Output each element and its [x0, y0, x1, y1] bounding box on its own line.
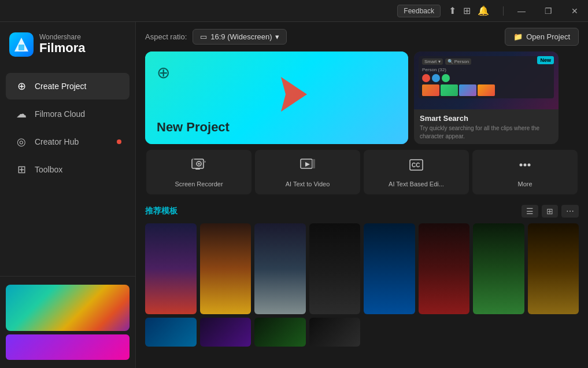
aspect-ratio-select[interactable]: ▭ 16:9 (Widescreen) ▾: [193, 29, 287, 45]
ai-text-based-edit-icon: CC: [408, 157, 424, 177]
nav-items: ⊕ Create Project ☁ Filmora Cloud ◎ Creat…: [0, 67, 135, 276]
svg-rect-8: [193, 158, 194, 160]
templates-header: 推荐模板 ☰ ⊞ ⋯: [145, 205, 579, 218]
toolbox-icon: ⊞: [15, 163, 28, 176]
template-image-4: [309, 223, 361, 314]
brand-name: Wondershare: [39, 34, 85, 41]
feature-cards: Screen Recorder AI Text to Video: [136, 144, 588, 200]
svg-point-6: [198, 163, 200, 165]
screen-icon: ▭: [200, 32, 207, 41]
more-icon: [517, 157, 533, 177]
logo-text: Wondershare Filmora: [39, 34, 85, 56]
template-wide-3[interactable]: [254, 318, 306, 347]
template-thumb-2[interactable]: [200, 223, 252, 314]
templates-list-view-button[interactable]: ☰: [522, 205, 538, 218]
aspect-ratio-label: Aspect ratio:: [145, 32, 187, 41]
template-wide-2[interactable]: [200, 318, 252, 347]
smart-search-desc: Try quickly searching for all the clips …: [420, 124, 553, 141]
template-thumb-7[interactable]: [473, 223, 524, 314]
templates-options-button[interactable]: ⋯: [561, 205, 579, 218]
maximize-button[interactable]: ❐: [535, 0, 561, 22]
ai-text-to-video-label: AI Text to Video: [286, 181, 330, 187]
templates-title: 推荐模板: [145, 206, 522, 216]
ai-text-based-edit-label: AI Text Based Edi...: [389, 181, 444, 187]
window-controls: — ❐ ✕: [508, 0, 588, 22]
svg-marker-2: [281, 77, 307, 112]
template-thumb-1[interactable]: [145, 223, 197, 314]
template-image-6: [419, 223, 470, 314]
template-image-7: [473, 223, 524, 314]
logo-area: Wondershare Filmora: [0, 22, 135, 67]
smart-card-info: Smart Search Try quickly searching for a…: [414, 109, 559, 144]
template-thumb-4[interactable]: [309, 223, 361, 314]
close-button[interactable]: ✕: [561, 0, 588, 22]
template-thumb-3[interactable]: [254, 223, 306, 314]
notification-dot: [117, 139, 121, 144]
svg-rect-13: [312, 159, 315, 168]
templates-grid-view-button[interactable]: ⊞: [542, 205, 558, 218]
template-thumb-6[interactable]: [419, 223, 470, 314]
template-wide-1[interactable]: [145, 318, 197, 347]
open-project-button[interactable]: 📁 Open Project: [505, 28, 579, 46]
sidebar-item-toolbox[interactable]: ⊞ Toolbox: [6, 156, 130, 183]
create-project-icon: ⊕: [15, 80, 28, 93]
template-image-3: [254, 223, 306, 314]
templates-row-2: [145, 318, 579, 347]
more-card[interactable]: More: [472, 150, 578, 194]
screen-recorder-label: Screen Recorder: [175, 181, 223, 187]
ai-text-to-video-card[interactable]: AI Text to Video: [255, 150, 360, 194]
open-project-label: Open Project: [526, 32, 570, 41]
plus-icon: ⊕: [157, 63, 170, 82]
svg-point-17: [524, 164, 527, 167]
feedback-button[interactable]: Feedback: [397, 5, 441, 17]
smart-search-title: Smart Search: [420, 114, 553, 123]
template-thumb-8[interactable]: [528, 223, 579, 314]
template-image-1: [145, 223, 197, 314]
main-layout: Wondershare Filmora ⊕ Create Project ☁ F…: [0, 22, 588, 368]
grid-icon[interactable]: ⊞: [463, 5, 471, 16]
app-name: Filmora: [39, 41, 85, 56]
sidebar-item-label: Creator Hub: [35, 137, 79, 146]
template-image-8: [528, 223, 579, 314]
template-wide-4[interactable]: [309, 318, 361, 347]
chevron-down-icon: ▾: [275, 32, 279, 41]
template-image-2: [200, 223, 252, 314]
smart-tag: Smart ▾: [422, 58, 443, 65]
ai-text-based-edit-card[interactable]: CC AI Text Based Edi...: [364, 150, 469, 194]
mini-thumb-1: [422, 84, 439, 96]
new-project-card[interactable]: ⊕ New Project: [145, 51, 408, 144]
svg-rect-9: [204, 161, 206, 163]
logo-icon: [9, 32, 34, 57]
thumb-image: [6, 285, 130, 331]
recent-project-thumb-1[interactable]: [6, 285, 130, 331]
title-divider: [503, 6, 504, 16]
upload-icon[interactable]: ⬆: [449, 5, 456, 16]
recent-project-thumb-2[interactable]: [6, 334, 130, 360]
screen-recorder-icon: [191, 157, 207, 177]
svg-rect-1: [19, 45, 24, 50]
content-area: Aspect ratio: ▭ 16:9 (Widescreen) ▾ 📁 Op…: [136, 22, 588, 368]
template-thumb-5[interactable]: [364, 223, 415, 314]
sidebar-item-creator-hub[interactable]: ◎ Creator Hub: [6, 128, 130, 155]
svg-rect-7: [195, 168, 200, 170]
aspect-ratio-value: 16:9 (Widescreen): [210, 32, 272, 41]
filmora-cloud-icon: ☁: [15, 108, 28, 120]
sidebar-item-create-project[interactable]: ⊕ Create Project: [6, 73, 130, 100]
person-tag: 🔍 Person: [445, 58, 472, 65]
smart-search-card[interactable]: Smart ▾ 🔍 Person Person (32): [414, 51, 559, 144]
bell-icon[interactable]: 🔔: [478, 5, 489, 16]
creator-hub-icon: ◎: [15, 135, 28, 148]
arrow-decoration: [269, 74, 310, 122]
sidebar: Wondershare Filmora ⊕ Create Project ☁ F…: [0, 22, 136, 368]
minimize-button[interactable]: —: [508, 0, 535, 22]
templates-grid: [145, 223, 579, 314]
folder-icon: 📁: [513, 32, 523, 41]
ai-text-to-video-icon: [299, 157, 316, 177]
template-image-5: [364, 223, 415, 314]
sidebar-item-filmora-cloud[interactable]: ☁ Filmora Cloud: [6, 101, 130, 127]
mini-thumb-2: [441, 84, 458, 96]
sidebar-item-label: Create Project: [35, 82, 86, 91]
templates-section: 推荐模板 ☰ ⊞ ⋯: [136, 200, 588, 368]
screen-recorder-card[interactable]: Screen Recorder: [146, 150, 252, 194]
title-bar: Feedback ⬆ ⊞ 🔔 — ❐ ✕: [0, 0, 588, 22]
